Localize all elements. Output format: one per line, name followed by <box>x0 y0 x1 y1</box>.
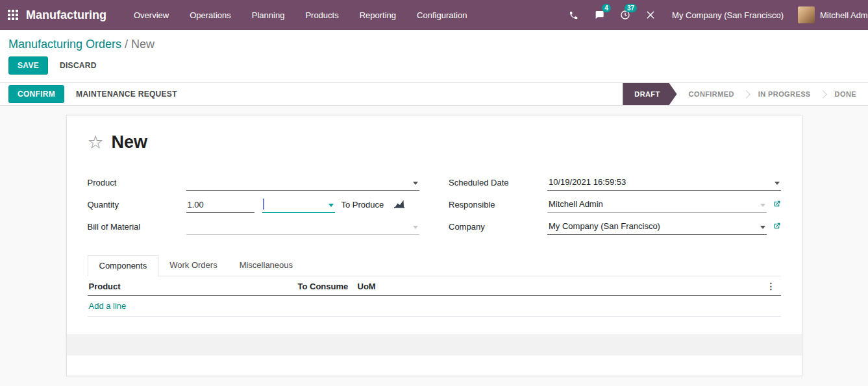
main-menu: Overview Operations Planning Products Re… <box>123 0 477 30</box>
scheduled-date-label: Scheduled Date <box>449 178 547 191</box>
scheduled-date-field[interactable]: 10/19/2021 16:59:53 <box>547 176 781 191</box>
dropdown-caret-icon[interactable] <box>760 204 765 207</box>
to-produce-label: To Produce <box>341 200 384 210</box>
maintenance-request-button[interactable]: MAINTENANCE REQUEST <box>75 86 179 103</box>
dropdown-caret-icon[interactable] <box>413 226 418 229</box>
messages-badge: 4 <box>602 4 611 12</box>
bill-of-material-label: Bill of Material <box>88 222 186 235</box>
product-label: Product <box>88 178 186 191</box>
breadcrumb-separator: / <box>125 38 131 51</box>
status-step-confirmed[interactable]: CONFIRMED <box>677 83 746 105</box>
responsible-label: Responsible <box>449 200 547 213</box>
menu-reporting[interactable]: Reporting <box>349 0 406 30</box>
save-button[interactable]: SAVE <box>8 56 48 75</box>
status-steps: DRAFT CONFIRMED IN PROGRESS DONE <box>623 83 868 105</box>
external-link-icon[interactable] <box>773 199 781 211</box>
menu-operations[interactable]: Operations <box>179 0 242 30</box>
favorite-star-icon[interactable]: ☆ <box>88 134 104 152</box>
top-navbar: Manufacturing Overview Operations Planni… <box>0 0 868 30</box>
product-field[interactable] <box>186 176 420 191</box>
forecast-chart-icon[interactable] <box>394 199 404 211</box>
activities-badge: 37 <box>625 4 637 12</box>
menu-planning[interactable]: Planning <box>242 0 295 30</box>
quantity-label: Quantity <box>88 200 186 213</box>
messages-icon[interactable]: 4 <box>586 0 612 30</box>
column-header-product[interactable]: Product <box>88 276 297 296</box>
optional-columns-icon[interactable]: ⋮ <box>767 281 776 291</box>
menu-configuration[interactable]: Configuration <box>406 0 477 30</box>
status-step-done[interactable]: DONE <box>823 83 868 105</box>
company-label: Company <box>449 222 547 235</box>
form-fields: Product Quantity <box>88 173 781 239</box>
add-a-line-link[interactable]: Add a line <box>89 301 127 311</box>
breadcrumb-current: New <box>131 38 155 51</box>
control-panel-buttons: SAVE DISCARD <box>0 54 868 82</box>
company-field[interactable]: My Company (San Francisco) <box>547 220 767 235</box>
status-step-draft[interactable]: DRAFT <box>623 83 676 105</box>
tab-miscellaneous[interactable]: Miscellaneous <box>229 255 304 276</box>
discard-button[interactable]: DISCARD <box>58 57 98 74</box>
tools-icon[interactable] <box>638 0 663 30</box>
quantity-input[interactable] <box>186 199 254 213</box>
control-panel: Manufacturing Orders / New SAVE DISCARD <box>0 30 868 82</box>
app-name[interactable]: Manufacturing <box>26 8 106 22</box>
menu-products[interactable]: Products <box>295 0 349 30</box>
text-cursor <box>263 199 264 210</box>
statusbar: CONFIRM MAINTENANCE REQUEST DRAFT CONFIR… <box>0 82 868 106</box>
column-header-to-consume[interactable]: To Consume <box>297 276 356 296</box>
form-sheet: ☆ New Product Quantity <box>66 115 802 376</box>
apps-menu-icon[interactable] <box>8 10 18 20</box>
tab-components[interactable]: Components <box>88 255 159 276</box>
uom-field[interactable] <box>262 198 335 213</box>
breadcrumb: Manufacturing Orders / New <box>0 30 868 54</box>
external-link-icon[interactable] <box>773 221 781 233</box>
user-menu[interactable]: Mitchell Adm <box>815 10 868 20</box>
responsible-field[interactable]: Mitchell Admin <box>547 198 767 213</box>
company-switcher[interactable]: My Company (San Francisco) <box>663 10 793 20</box>
tab-work-orders[interactable]: Work Orders <box>158 255 228 276</box>
status-step-in-progress[interactable]: IN PROGRESS <box>747 83 823 105</box>
activities-clock-icon[interactable]: 37 <box>612 0 638 30</box>
empty-list-stripe <box>67 334 802 356</box>
dropdown-caret-icon[interactable] <box>413 182 418 185</box>
bill-of-material-field[interactable] <box>186 220 420 235</box>
dropdown-caret-icon[interactable] <box>775 182 780 185</box>
confirm-button[interactable]: CONFIRM <box>8 85 64 103</box>
table-row: Add a line <box>88 296 781 317</box>
phone-icon[interactable] <box>561 0 586 30</box>
menu-overview[interactable]: Overview <box>123 0 179 30</box>
dropdown-caret-icon[interactable] <box>760 226 765 229</box>
notebook-tabs: Components Work Orders Miscellaneous <box>88 255 781 276</box>
column-header-uom[interactable]: UoM <box>356 276 765 296</box>
content-area: ☆ New Product Quantity <box>0 106 868 384</box>
components-table: Product To Consume UoM ⋮ Add a line <box>88 276 781 317</box>
user-avatar[interactable] <box>798 6 815 23</box>
record-title: New <box>112 132 148 152</box>
breadcrumb-parent[interactable]: Manufacturing Orders <box>8 38 121 51</box>
dropdown-caret-icon[interactable] <box>329 204 334 207</box>
